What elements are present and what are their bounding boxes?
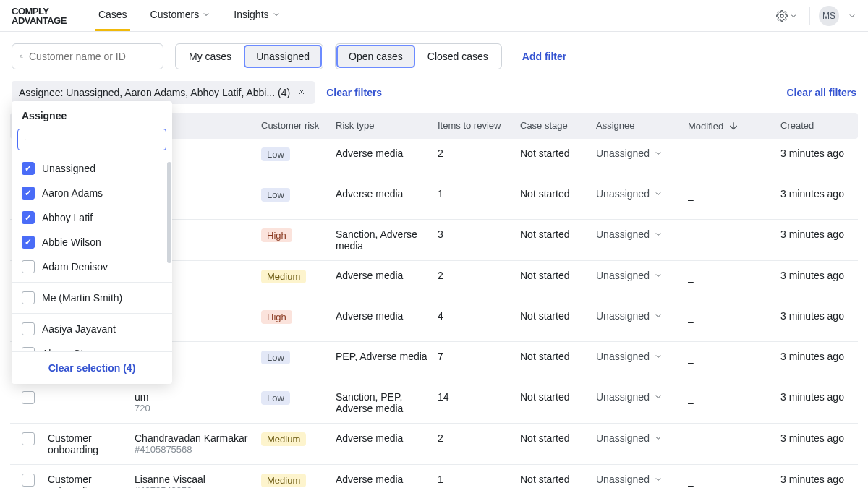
assignee-cell[interactable]: Unassigned [596,188,688,200]
risk-type: Sanction, Adverse media [336,228,438,252]
assignee-option[interactable]: Abbie Wilson [12,230,172,254]
risk-badge: Low [261,351,290,364]
created: 3 minutes ago [780,310,846,333]
clear-selection-button[interactable]: Clear selection (4) [12,351,172,384]
created: 3 minutes ago [780,147,846,170]
modified: – [688,432,780,455]
option-checkbox[interactable] [22,211,35,224]
col-assignee[interactable]: Assignee [596,120,688,132]
row-checkbox[interactable] [22,432,35,445]
chip-close-button[interactable] [296,85,307,100]
case-stage: Not started [520,188,596,210]
row-checkbox[interactable] [22,391,35,404]
nav-tab-insights[interactable]: Insights [231,0,283,31]
option-label: Me (Martin Smith) [42,292,122,304]
col-created[interactable]: Created [780,120,846,132]
segment-open-cases[interactable]: Open cases [337,46,414,67]
search-box[interactable] [12,43,163,69]
chevron-down-icon [654,230,663,239]
risk-type: Sanction, PEP, Adverse media [336,391,438,414]
created: 3 minutes ago [780,474,846,488]
risk-badge: Low [261,188,290,202]
col-customer-risk[interactable]: Customer risk [261,120,336,132]
risk-badge: High [261,310,292,324]
table-row[interactable]: um720LowSanction, PEP, Adverse media14No… [10,382,858,424]
row-checkbox[interactable] [22,474,35,487]
segment-closed-cases[interactable]: Closed cases [416,46,500,67]
created: 3 minutes ago [780,432,846,455]
created: 3 minutes ago [780,351,846,373]
customer-name: um [135,391,261,403]
divider [809,7,810,25]
table-row[interactable]: Customer onboardingChandravadan Karmakar… [10,424,858,465]
assignee-option[interactable]: Abayo Stevens [12,341,172,351]
assignee-cell[interactable]: Unassigned [596,310,688,322]
clear-all-filters-link[interactable]: Clear all filters [787,87,857,98]
segment-unassigned[interactable]: Unassigned [244,46,321,67]
risk-type: Adverse media [336,270,438,292]
option-checkbox[interactable] [22,236,35,249]
option-checkbox[interactable] [22,187,35,200]
assignee-cell[interactable]: Unassigned [596,432,688,444]
assignee-cell[interactable]: Unassigned [596,351,688,362]
nav-tabs: CasesCustomersInsights [95,0,284,31]
dropdown-search-input[interactable] [32,134,158,145]
user-avatar[interactable]: MS [819,6,839,26]
scrollbar[interactable] [167,162,171,263]
assignee-cell[interactable]: Unassigned [596,270,688,281]
search-input[interactable] [29,51,156,62]
case-stage: Not started [520,474,596,488]
option-checkbox[interactable] [22,322,35,335]
assignee-option[interactable]: Adam Denisov [12,254,172,279]
assignee-cell[interactable]: Unassigned [596,228,688,240]
modified: – [688,391,780,414]
add-filter-button[interactable]: Add filter [514,45,575,68]
nav-tab-customers[interactable]: Customers [148,0,214,31]
clear-filters-link[interactable]: Clear filters [326,87,382,98]
case-stage: Not started [520,432,596,455]
divider [12,282,172,283]
assignee-option[interactable]: Unassigned [12,156,172,181]
search-icon [20,51,23,62]
chevron-down-icon[interactable] [848,12,856,20]
col-items[interactable]: Items to review [438,120,520,132]
chevron-down-icon [654,475,663,484]
option-label: Aaron Adams [42,187,103,199]
option-label: Abayo Stevens [42,348,110,351]
segment-my-cases[interactable]: My cases [177,46,243,67]
assignee-cell[interactable]: Unassigned [596,391,688,403]
case-stage: Not started [520,351,596,373]
search-icon [25,134,26,145]
svg-point-1 [20,55,22,57]
col-stage[interactable]: Case stage [520,120,596,132]
header-right: MS [773,6,856,26]
option-checkbox[interactable] [22,260,35,273]
nav-tab-cases[interactable]: Cases [95,0,130,31]
dropdown-search[interactable] [17,129,166,150]
case-stage: Not started [520,391,596,414]
assignee-option[interactable]: Abhoy Latif [12,205,172,230]
nav-tab-label: Customers [150,9,200,20]
created: 3 minutes ago [780,188,846,210]
col-risk-type[interactable]: Risk type [336,120,438,132]
option-checkbox[interactable] [22,162,35,175]
case-stage: Not started [520,270,596,292]
assignee-option[interactable]: Me (Martin Smith) [12,286,172,310]
settings-button[interactable] [773,7,801,25]
assignee-cell[interactable]: Unassigned [596,147,688,159]
option-checkbox[interactable] [22,347,35,351]
assignee-dropdown: Assignee UnassignedAaron AdamsAbhoy Lati… [12,101,172,384]
items-count: 2 [438,270,520,292]
option-label: Unassigned [42,163,95,174]
assignee-option[interactable]: Aaron Adams [12,181,172,205]
svg-point-6 [25,140,26,140]
case-stage: Not started [520,228,596,252]
modified: – [688,228,780,252]
chevron-down-icon [654,352,663,361]
option-checkbox[interactable] [22,291,35,304]
chevron-down-icon [789,12,798,20]
assignee-option[interactable]: Aasiya Jayavant [12,317,172,341]
table-row[interactable]: Customer onboardingLisanne Viscaal#42785… [10,465,858,488]
assignee-cell[interactable]: Unassigned [596,474,688,485]
col-modified[interactable]: Modified [688,120,780,132]
